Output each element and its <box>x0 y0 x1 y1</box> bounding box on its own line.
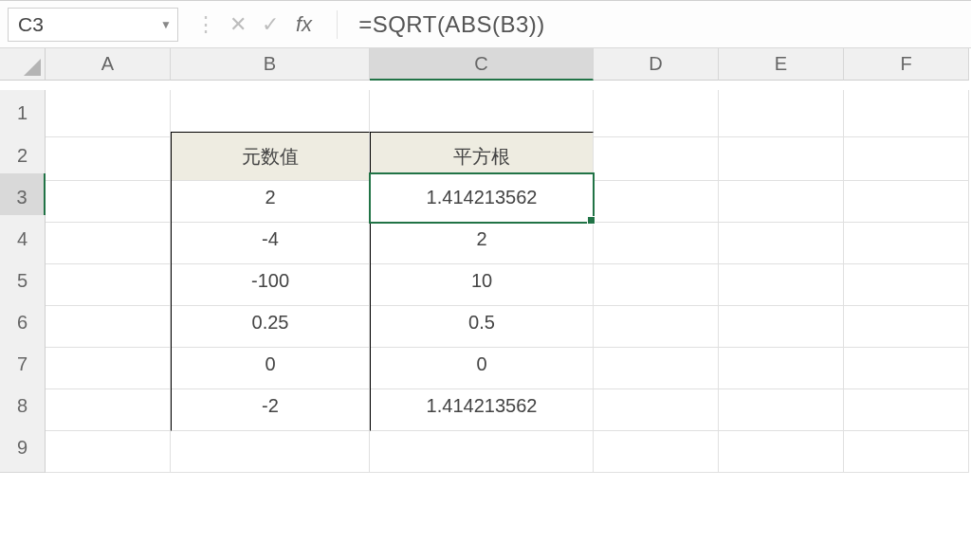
col-header-C[interactable]: C <box>370 48 594 81</box>
formula-bar-buttons: ⋮ ✕ ✓ fx <box>190 12 321 37</box>
chevron-down-icon[interactable]: ▼ <box>160 18 172 31</box>
cell-D1[interactable] <box>594 90 719 137</box>
col-header-F[interactable]: F <box>844 48 969 81</box>
col-header-B[interactable]: B <box>171 48 370 81</box>
col-header-A[interactable]: A <box>46 48 171 81</box>
formula-bar: C3 ▼ ⋮ ✕ ✓ fx =SQRT(ABS(B3)) <box>0 1 971 48</box>
cell-A1[interactable] <box>46 90 171 137</box>
cell-C9[interactable] <box>370 424 594 473</box>
cell-E1[interactable] <box>719 90 844 137</box>
enter-icon[interactable]: ✓ <box>254 12 286 37</box>
name-box-value: C3 <box>18 13 44 36</box>
name-box[interactable]: C3 ▼ <box>8 8 178 42</box>
separator <box>337 10 338 39</box>
col-header-E[interactable]: E <box>719 48 844 81</box>
cell-F1[interactable] <box>844 90 969 137</box>
cell-B1[interactable] <box>171 90 370 137</box>
select-all-corner[interactable] <box>0 48 46 81</box>
cancel-icon[interactable]: ✕ <box>222 12 254 37</box>
fx-icon[interactable]: fx <box>296 12 312 37</box>
row-header-9[interactable]: 9 <box>0 424 46 473</box>
cell-C1[interactable] <box>370 90 594 137</box>
cell-D9[interactable] <box>594 424 719 473</box>
cell-E9[interactable] <box>719 424 844 473</box>
cell-C3[interactable]: 1.414213562 <box>370 173 594 223</box>
excel-window: C3 ▼ ⋮ ✕ ✓ fx =SQRT(ABS(B3)) A B C D E F… <box>0 0 971 560</box>
formula-input[interactable]: =SQRT(ABS(B3)) <box>341 11 971 38</box>
col-header-D[interactable]: D <box>594 48 719 81</box>
row-header-1[interactable]: 1 <box>0 90 46 137</box>
spreadsheet-grid[interactable]: A B C D E F 1 2 元数值 平方根 3 2 1.414213562 … <box>0 48 971 465</box>
cell-B9[interactable] <box>171 424 370 473</box>
dots-icon: ⋮ <box>195 12 216 37</box>
cell-F9[interactable] <box>844 424 969 473</box>
cell-A9[interactable] <box>46 424 171 473</box>
